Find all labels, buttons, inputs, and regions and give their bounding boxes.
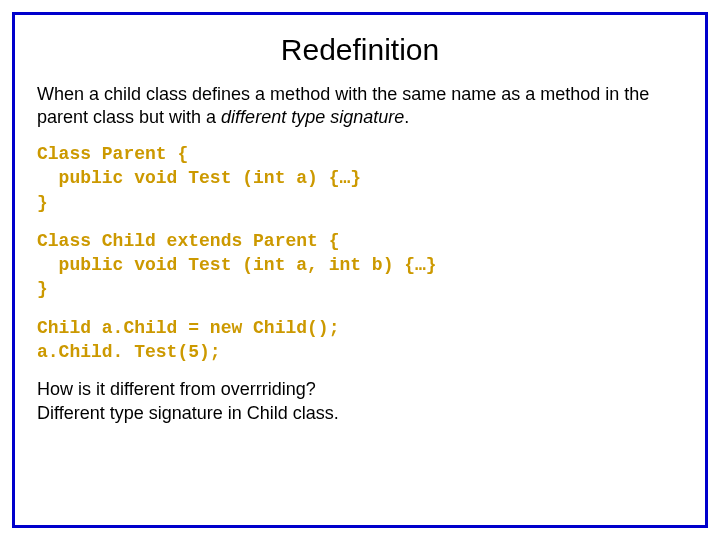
intro-text-2: . [404, 107, 409, 127]
intro-paragraph: When a child class defines a method with… [37, 83, 683, 128]
answer-text: Different type signature in Child class. [37, 403, 339, 423]
code-block-child: Class Child extends Parent { public void… [37, 229, 683, 302]
code-block-parent: Class Parent { public void Test (int a) … [37, 142, 683, 215]
code-block-usage: Child a.Child = new Child(); a.Child. Te… [37, 316, 683, 365]
slide-title: Redefinition [37, 33, 683, 67]
slide-frame: Redefinition When a child class defines … [12, 12, 708, 528]
question-text: How is it different from overrriding? [37, 379, 316, 399]
closing-paragraph: How is it different from overrriding? Di… [37, 378, 683, 425]
intro-italic: different type signature [221, 107, 404, 127]
